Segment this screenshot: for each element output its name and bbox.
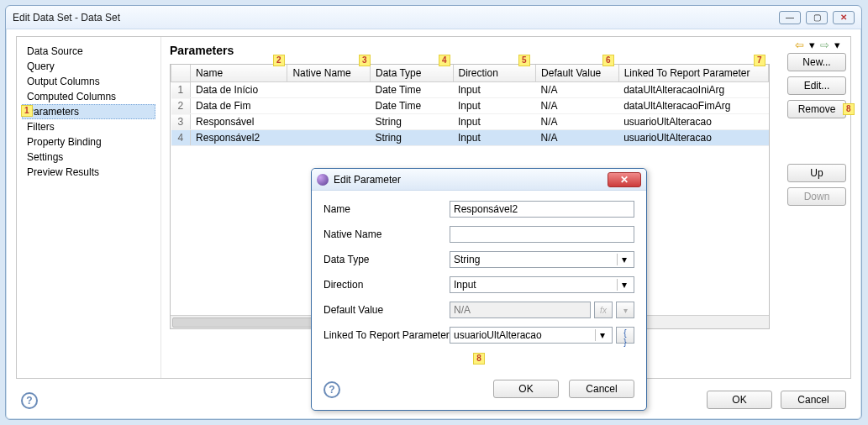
default-value-input — [450, 302, 591, 318]
nav-arrows: ⇦ ▾ ⇨ ▾ — [793, 39, 842, 51]
sidebar-item-query[interactable]: Query — [22, 59, 155, 74]
annotation-8b: 8 — [473, 353, 485, 365]
col-name[interactable]: Name — [191, 65, 287, 82]
linked-param-combo[interactable]: usuarioUltAlteracao ▾ — [450, 327, 613, 344]
close-button[interactable]: ✕ — [833, 11, 855, 24]
up-button[interactable]: Up — [787, 164, 846, 182]
back-menu-icon[interactable]: ▾ — [808, 39, 817, 51]
ok-button[interactable]: OK — [707, 391, 772, 409]
col-direction[interactable]: Direction — [453, 65, 536, 82]
remove-button[interactable]: Remove — [787, 100, 846, 118]
data-type-combo[interactable]: String ▾ — [450, 251, 634, 268]
cancel-button[interactable]: Cancel — [781, 391, 846, 409]
expression-button[interactable]: { } — [616, 327, 634, 344]
dialog-title: Edit Parameter — [334, 174, 401, 186]
sidebar-item-filters[interactable]: Filters — [22, 119, 155, 134]
sidebar-item-preview-results[interactable]: Preview Results — [22, 165, 155, 180]
label-dtype: Data Type — [324, 254, 450, 265]
table-row[interactable]: 1 Data de Início Date Time Input N/A dat… — [171, 82, 769, 98]
fx-button: fx — [594, 302, 613, 318]
eclipse-icon — [317, 174, 329, 186]
annotation-8: 8 — [843, 103, 855, 115]
window-title: Edit Data Set - Data Set — [13, 12, 779, 24]
table-row[interactable]: 2 Data de Fim Date Time Input N/A dataUl… — [171, 98, 769, 114]
chevron-down-icon: ▾ — [617, 279, 630, 291]
annotation-5: 5 — [518, 55, 530, 66]
annotation-6: 6 — [602, 55, 614, 66]
dialog-titlebar[interactable]: Edit Parameter ✕ — [312, 169, 646, 191]
sidebar-item-property-binding[interactable]: Property Binding — [22, 134, 155, 150]
dialog-close-button[interactable]: ✕ — [608, 172, 641, 187]
help-icon[interactable]: ? — [21, 392, 38, 409]
annotation-7: 7 — [754, 55, 765, 66]
back-icon[interactable]: ⇦ — [793, 39, 806, 51]
table-row[interactable]: 3 Responsável String Input N/A usuarioUl… — [171, 114, 769, 130]
native-name-input[interactable] — [450, 226, 634, 243]
name-input[interactable] — [450, 201, 634, 218]
page-title: Parameters — [170, 44, 842, 57]
maximize-button[interactable]: ▢ — [806, 11, 828, 24]
col-native[interactable]: Native Name — [287, 65, 371, 82]
dialog-ok-button[interactable]: OK — [493, 380, 559, 398]
new-button[interactable]: New... — [787, 53, 846, 71]
forward-menu-icon[interactable]: ▾ — [833, 39, 842, 51]
col-linked[interactable]: Linked To Report Parameter — [618, 65, 768, 82]
label-name: Name — [324, 203, 450, 215]
sidebar-item-data-source[interactable]: Data Source — [22, 44, 155, 59]
table-body: 1 Data de Início Date Time Input N/A dat… — [171, 82, 769, 146]
sidebar: Data Source Query Output Columns Compute… — [17, 37, 161, 378]
sidebar-item-parameters[interactable]: Parameters — [22, 104, 155, 119]
label-direction: Direction — [324, 279, 450, 291]
annotation-4: 4 — [439, 55, 450, 66]
annotation-2: 2 — [273, 55, 285, 66]
edit-parameter-dialog: Edit Parameter ✕ Name Native Name Data T… — [311, 168, 647, 411]
dialog-help-icon[interactable]: ? — [324, 381, 340, 398]
dropdown-button: ▾ — [616, 302, 634, 318]
chevron-down-icon: ▾ — [617, 254, 630, 265]
label-linked: Linked To Report Parameter — [324, 329, 450, 341]
sidebar-item-output-columns[interactable]: Output Columns — [22, 74, 155, 89]
col-rownum[interactable] — [171, 65, 191, 82]
dialog-cancel-button[interactable]: Cancel — [569, 380, 634, 398]
chevron-down-icon: ▾ — [595, 329, 608, 341]
col-default[interactable]: Default Value — [536, 65, 619, 82]
annotation-3: 3 — [359, 55, 371, 66]
sidebar-item-settings[interactable]: Settings — [22, 150, 155, 165]
table-row[interactable]: 4 Responsável2 String Input N/A usuarioU… — [171, 130, 769, 146]
label-default: Default Value — [324, 304, 450, 316]
titlebar[interactable]: Edit Data Set - Data Set — ▢ ✕ — [6, 6, 861, 29]
minimize-button[interactable]: — — [779, 11, 801, 24]
sidebar-item-computed-columns[interactable]: Computed Columns — [22, 89, 155, 104]
edit-button[interactable]: Edit... — [787, 76, 846, 95]
col-dtype[interactable]: Data Type — [370, 65, 453, 82]
label-native: Native Name — [324, 228, 450, 240]
direction-combo[interactable]: Input ▾ — [450, 276, 634, 293]
down-button[interactable]: Down — [787, 187, 846, 206]
annotation-1: 1 — [21, 105, 33, 117]
forward-icon[interactable]: ⇨ — [818, 39, 831, 51]
